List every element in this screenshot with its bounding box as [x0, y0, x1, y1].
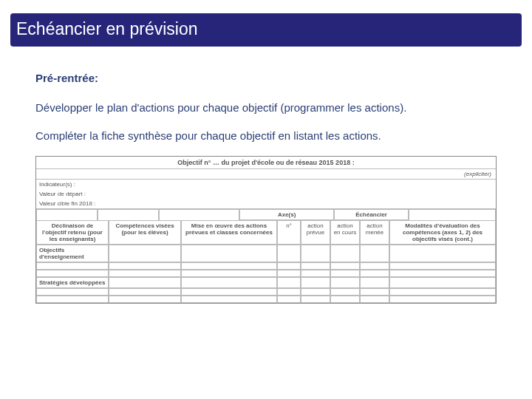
- table-cell: [389, 277, 496, 288]
- table-cell: [277, 270, 301, 277]
- table-cell: [330, 262, 360, 270]
- col-modalites: [409, 209, 496, 220]
- table-cell: [360, 296, 389, 303]
- table-cell: [109, 277, 181, 288]
- field-indicateurs-value: [116, 180, 496, 189]
- slide-title-bar: Echéancier en prévision: [10, 13, 522, 47]
- table-cell: [277, 288, 301, 296]
- table-cell: [330, 296, 360, 303]
- table-cell: [277, 277, 301, 288]
- table-cell: [181, 270, 277, 277]
- synthesis-sheet: Objectif n° … du projet d'école ou de ré…: [35, 156, 497, 304]
- col-ech-prevue: action prévue: [301, 220, 330, 245]
- table-cell: [301, 262, 330, 270]
- section-subhead: Pré-rentrée:: [35, 72, 497, 84]
- table-body: Objectifs d'enseignement: [36, 245, 496, 303]
- table-cell: [389, 288, 496, 296]
- row-label-strategies: Stratégies développées: [36, 277, 109, 288]
- table-cell: [301, 245, 330, 262]
- table-cell: [389, 270, 496, 277]
- col-competences: [98, 209, 159, 220]
- table-cell: [181, 262, 277, 270]
- table-row: Objectifs d'enseignement: [36, 245, 496, 262]
- field-valeur-cible: Valeur cible fin 2018 :: [36, 199, 496, 209]
- table-cell: [181, 245, 277, 262]
- paragraph-1: Développer le plan d'actions pour chaque…: [35, 100, 497, 115]
- table-cell: [109, 262, 181, 270]
- field-valeur-depart-label: Valeur de départ :: [36, 189, 116, 199]
- table-cell: [109, 270, 181, 277]
- col-competences: Compétences visées (pour les élèves): [109, 220, 181, 245]
- table-cell: [36, 288, 109, 296]
- table-row: [36, 296, 496, 303]
- table-cell: [330, 245, 360, 262]
- field-valeur-depart-value: [116, 189, 496, 199]
- table-cell: [301, 296, 330, 303]
- table-row: [36, 288, 496, 296]
- field-valeur-cible-label: Valeur cible fin 2018 :: [36, 199, 116, 208]
- table-cell: [301, 277, 330, 288]
- field-valeur-depart: Valeur de départ :: [36, 189, 496, 199]
- table-cell: [36, 262, 109, 270]
- table-cell: [181, 296, 277, 303]
- table-cell: [36, 270, 109, 277]
- table-cell: [277, 245, 301, 262]
- table-cell: [301, 270, 330, 277]
- table-cell: [109, 288, 181, 296]
- field-valeur-cible-value: [116, 199, 496, 208]
- table-cell: [360, 288, 389, 296]
- col-ech-menee: action menée: [360, 220, 389, 245]
- table-row: [36, 262, 496, 270]
- content-area: Pré-rentrée: Développer le plan d'action…: [0, 47, 532, 143]
- col-declinaison: Déclinaison de l'objectif retenu (pour l…: [36, 220, 109, 245]
- col-axes-num: n°: [277, 220, 301, 245]
- table-cell: [389, 262, 496, 270]
- sheet-objectif-title: Objectif n° … du projet d'école ou de ré…: [36, 157, 496, 169]
- paragraph-2: Compléter la fiche synthèse pour chaque …: [35, 129, 497, 143]
- table-cell: [360, 245, 389, 262]
- table-cell: [360, 277, 389, 288]
- table-cell: [360, 262, 389, 270]
- table-row: [36, 270, 496, 277]
- col-ech-en-cours: action en cours: [330, 220, 360, 245]
- table-cell: [301, 288, 330, 296]
- table-header-row: Déclinaison de l'objectif retenu (pour l…: [36, 220, 496, 245]
- col-mise-en-oeuvre: [159, 209, 239, 220]
- table-row: Stratégies développées: [36, 277, 496, 288]
- field-indicateurs-label: Indicateur(s) :: [36, 180, 116, 189]
- table-cell: [109, 296, 181, 303]
- table-cell: [389, 296, 496, 303]
- table-cell: [360, 270, 389, 277]
- table-cell: [181, 288, 277, 296]
- col-declinaison: [36, 209, 98, 220]
- table-cell: [330, 270, 360, 277]
- slide-title: Echéancier en prévision: [16, 19, 197, 38]
- sheet-expliciter: (expliciter): [36, 169, 496, 180]
- table-cell: [109, 245, 181, 262]
- col-modalites: Modalités d'évaluation des compétences (…: [389, 220, 496, 245]
- table-cell: [181, 277, 277, 288]
- table-header-group-row: Axe(s) Échéancier: [36, 209, 496, 220]
- group-axes: Axe(s): [239, 209, 334, 220]
- table-cell: [277, 296, 301, 303]
- field-indicateurs: Indicateur(s) :: [36, 180, 496, 189]
- group-echeancier: Échéancier: [334, 209, 409, 220]
- table-cell: [36, 296, 109, 303]
- table-cell: [277, 262, 301, 270]
- table-cell: [330, 277, 360, 288]
- row-label-objectifs: Objectifs d'enseignement: [36, 245, 109, 262]
- table-cell: [330, 288, 360, 296]
- table-cell: [389, 245, 496, 262]
- col-mise-en-oeuvre: Mise en œuvre des actions prévues et cla…: [181, 220, 277, 245]
